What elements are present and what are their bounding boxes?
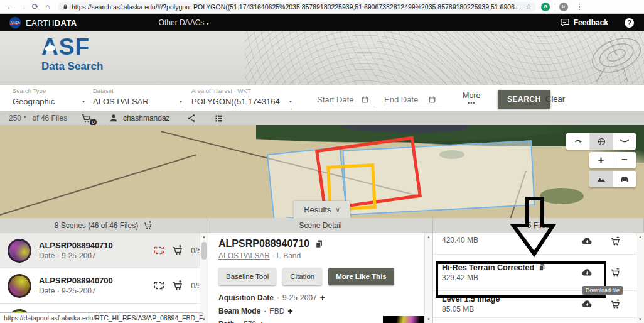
zoom-to-scene-icon[interactable]: [153, 244, 165, 256]
scene-list-panel: ALPSRP088940710 Date · 9-25-2007 0/5 ALP…: [0, 233, 208, 323]
band-label: L-Band: [277, 251, 301, 260]
polar-bear-mark: [45, 45, 55, 51]
results-toolbar: 250▾ of 46 Files 0 chashmandaz: [0, 111, 644, 125]
add-file-to-cart-icon[interactable]: [610, 236, 621, 247]
browser-back-button[interactable]: ←: [4, 2, 16, 11]
search-type-select[interactable]: Geographic▾: [13, 96, 85, 109]
cart-button[interactable]: 0: [81, 112, 92, 124]
search-type-field: Search Type Geographic▾: [13, 87, 85, 109]
browser-extension-icon-2[interactable]: ir: [559, 3, 568, 11]
map-canvas[interactable]: + − Results ∨: [0, 125, 644, 218]
help-button[interactable]: ?: [625, 18, 634, 28]
browser-extension-icon[interactable]: G: [541, 3, 550, 11]
scene-thumbnail[interactable]: [8, 274, 31, 298]
user-menu[interactable]: chashmandaz: [109, 113, 170, 123]
earthdata-topbar: NASA EARTHDATA Other DAACs ▾ Feedback ?: [0, 14, 644, 31]
scene-date: Date · 9-25-2007: [39, 251, 146, 260]
page-size-select[interactable]: 250▾: [9, 114, 26, 123]
end-date-input[interactable]: [384, 95, 428, 104]
file-row-3[interactable]: Level 1.5 Image 85.05 MB: [433, 291, 644, 318]
copy-icon[interactable]: [314, 239, 324, 249]
zoom-in-button[interactable]: +: [589, 152, 613, 168]
detail-scene-name: ALPSRP088940710: [218, 238, 309, 249]
add-filter-icon[interactable]: +: [259, 319, 264, 323]
scene-thumbnail[interactable]: [8, 239, 31, 263]
browser-home-button[interactable]: ⌂: [41, 2, 54, 11]
scene-name: ALPSRP088940710: [39, 241, 146, 250]
detail-scrollbar[interactable]: ▲▼: [424, 233, 432, 323]
copy-icon[interactable]: [538, 263, 546, 271]
page-url: https://search.asf.alaska.edu/#/?polygon…: [72, 3, 522, 11]
ellipsis-icon: •••: [463, 100, 480, 106]
map-flat-view-button[interactable]: [613, 133, 636, 150]
caret-icon: ▾: [289, 99, 292, 104]
search-button[interactable]: SEARCH: [498, 90, 550, 109]
map-zoom-controls: + −: [589, 152, 636, 168]
earthdata-logo[interactable]: NASA EARTHDATA: [9, 16, 77, 29]
add-file-to-cart-icon[interactable]: [610, 298, 621, 310]
more-like-this-button[interactable]: More Like This: [328, 268, 394, 285]
add-to-cart-icon[interactable]: [172, 244, 184, 256]
browser-menu-icon[interactable]: ⋮: [573, 2, 586, 11]
dataset-select[interactable]: ALOS PALSAR▾: [93, 96, 182, 109]
clear-button[interactable]: Clear: [545, 94, 565, 104]
aoi-field: Area of Interest · WKT POLYGON((51.17431…: [191, 87, 292, 109]
satellite-layer-button[interactable]: [589, 171, 613, 187]
chevron-down-icon: ∨: [336, 206, 340, 213]
download-file-icon[interactable]: [581, 298, 594, 310]
username: chashmandaz: [123, 114, 170, 123]
citation-button[interactable]: Citation: [282, 268, 322, 285]
zoom-to-scene-icon[interactable]: [153, 280, 165, 292]
scene-row-2[interactable]: ALPSRP088940700 Date · 9-25-2007 0/5: [0, 268, 208, 304]
brand-data: DATA: [55, 18, 77, 28]
caret-icon: ▾: [82, 99, 85, 104]
bookmark-star-icon[interactable]: ☆: [525, 3, 532, 11]
add-filter-icon[interactable]: +: [287, 306, 292, 316]
address-bar[interactable]: https://search.asf.alaska.edu/#/?polygon…: [58, 2, 536, 12]
calendar-icon[interactable]: [428, 96, 436, 104]
aoi-input[interactable]: POLYGON((51.1743164 ▾: [191, 96, 292, 109]
add-to-cart-icon[interactable]: [172, 280, 184, 292]
scene-detail-header: Scene Detail: [208, 218, 433, 233]
road-line: [0, 154, 196, 217]
browser-reload-button[interactable]: ⟳: [29, 2, 41, 11]
asf-data-search-logo[interactable]: ASF Data Search: [41, 35, 103, 73]
add-file-to-cart-icon[interactable]: [610, 267, 621, 278]
start-date-input[interactable]: [317, 95, 361, 104]
user-icon: [109, 113, 119, 123]
results-toggle-button[interactable]: Results ∨: [294, 201, 350, 218]
download-file-icon[interactable]: [581, 267, 594, 278]
add-filter-icon[interactable]: +: [320, 293, 325, 303]
brand-earth: EARTH: [26, 18, 55, 28]
map-globe-view-button[interactable]: [589, 133, 613, 150]
aoi-label: Area of Interest · WKT: [191, 87, 292, 94]
map-rotate-button[interactable]: [566, 133, 589, 150]
vegetation-patch: [540, 188, 584, 204]
zoom-out-button[interactable]: −: [613, 152, 636, 168]
baseline-tool-button[interactable]: Baseline Tool: [218, 268, 276, 285]
more-filters-button[interactable]: More •••: [463, 91, 480, 106]
street-layer-button[interactable]: [613, 171, 636, 187]
files-header: 5 Files: [433, 218, 644, 233]
download-tooltip: Download file: [582, 286, 623, 295]
share-icon[interactable]: [186, 113, 196, 123]
scenes-scrollbar[interactable]: ▲▼: [200, 233, 208, 323]
mission-link[interactable]: ALOS PALSAR: [218, 251, 270, 260]
files-scrollbar[interactable]: ▲▼: [636, 233, 644, 323]
download-file-icon[interactable]: [581, 236, 594, 247]
scene-name: ALPSRP088940700: [39, 276, 146, 285]
start-date-field: [317, 85, 375, 107]
file-row-1[interactable]: 420.40 MB: [433, 233, 644, 255]
browser-forward-button[interactable]: →: [16, 2, 29, 11]
calendar-icon[interactable]: [361, 96, 369, 104]
scene-row-1[interactable]: ALPSRP088940710 Date · 9-25-2007 0/5: [0, 233, 208, 268]
dataset-field: Dataset ALOS PALSAR▾: [93, 87, 182, 109]
add-all-cart-icon[interactable]: [143, 221, 153, 231]
file-size: 329.42 MB: [442, 273, 581, 282]
other-daacs-menu[interactable]: Other DAACs ▾: [159, 18, 209, 27]
feedback-button[interactable]: Feedback: [560, 18, 608, 28]
meta-acquisition-date: Aquisition Date · 9-25-2007 +: [218, 293, 432, 303]
meta-beam-mode: Beam Mode · FBD +: [218, 306, 432, 316]
grid-view-icon[interactable]: [214, 114, 223, 123]
scenes-header: 8 Scenes (46 of 46 Files): [0, 218, 208, 233]
